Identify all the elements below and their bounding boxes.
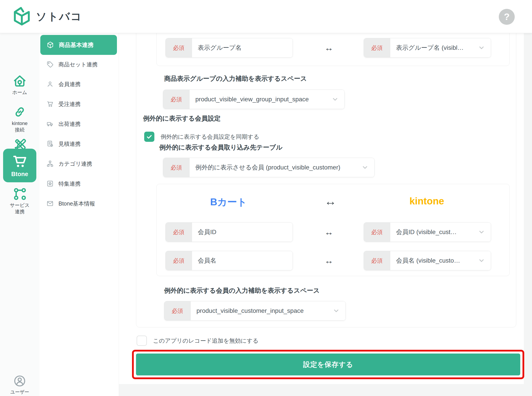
menu-item-product-set[interactable]: 商品セット連携 — [40, 58, 117, 71]
chevron-down-icon — [332, 96, 339, 103]
menu-item-order[interactable]: 受注連携 — [40, 97, 117, 111]
menu-item-label: 受注連携 — [59, 100, 81, 108]
mail-icon — [47, 200, 54, 207]
swap-arrow-icon: ↔ — [324, 194, 336, 208]
sidebar-item-label: ユーザー — [10, 389, 29, 395]
menu-item-label: 特集連携 — [59, 180, 81, 187]
chevron-down-icon — [478, 228, 485, 236]
exception-table-select[interactable]: 必須 例外的に表示させる会員 (product_visible_customer… — [163, 158, 375, 177]
link-icon — [13, 105, 26, 119]
secondary-sidebar: 商品基本連携 商品セット連携 会員連携 — [39, 33, 119, 396]
required-badge: 必須 — [166, 38, 192, 57]
disable-add-checkbox-unchecked[interactable] — [137, 336, 147, 346]
tag-icon — [47, 61, 54, 68]
app-header: ソトバコ ? — [0, 0, 532, 33]
group-name-select-value: 表示グループ名 (visibl… — [396, 44, 464, 52]
group-name-select[interactable]: 必須 表示グループ名 (visibl… — [364, 38, 491, 58]
disable-add-checkbox-row: このアプリのレコード追加を無効にする — [137, 336, 258, 346]
map-arrow-icon: ↔ — [319, 227, 339, 237]
required-badge: 必須 — [364, 251, 390, 270]
menu-item-feature[interactable]: 特集連携 — [40, 177, 117, 190]
required-badge: 必須 — [164, 301, 191, 320]
menu-item-quotation[interactable]: 見積連携 — [40, 137, 117, 151]
customer-space-value: product_visible_customer_input_space — [197, 307, 304, 314]
disable-add-label: このアプリのレコード追加を無効にする — [153, 337, 258, 345]
customer-space-heading: 例外的に表示する会員の入力補助を表示するスペース — [164, 286, 320, 294]
member-name-input[interactable]: 必須 会員名 — [165, 251, 293, 270]
required-badge: 必須 — [166, 251, 192, 270]
sitemap-icon — [47, 160, 54, 167]
cart-icon — [12, 153, 28, 169]
chevron-down-icon — [333, 307, 340, 314]
group-space-value: product_visible_view_group_input_space — [195, 96, 309, 103]
group-name-input[interactable]: 必須 表示グループ名 — [165, 38, 293, 58]
sidebar-item-user[interactable]: ユーザー — [0, 375, 39, 395]
required-badge: 必須 — [364, 222, 390, 242]
save-button-highlight-annotation: 設定を保存する — [132, 350, 524, 379]
sidebar-item-home[interactable]: ホーム — [0, 74, 39, 96]
document-clock-icon — [47, 140, 54, 147]
kintone-title: kintone — [410, 196, 444, 207]
pencil-ruler-icon — [13, 137, 26, 151]
user-avatar-icon — [13, 375, 26, 387]
mapping-box-customer: Bカート ↔ kintone 必須 会員ID ↔ 必須 会員ID (visibl… — [156, 184, 510, 276]
help-icon: ? — [504, 12, 510, 22]
check-icon — [146, 134, 153, 140]
menu-item-label: 出荷連携 — [59, 120, 81, 128]
sidebar-item-service-link[interactable]: サービス連携 — [0, 187, 39, 215]
main-content: 必須 表示グループ名 ↔ 必須 表示グループ名 (visibl… 商品表示グルー… — [119, 33, 532, 396]
sync-checkbox-checked[interactable] — [144, 132, 154, 142]
member-id-select[interactable]: 必須 会員ID (visible_cust… — [364, 222, 491, 242]
member-name-select[interactable]: 必須 会員名 (visible_custo… — [364, 251, 491, 270]
map-arrow-icon: ↔ — [319, 43, 339, 53]
menu-item-label: 商品セット連携 — [59, 61, 98, 68]
save-settings-button[interactable]: 設定を保存する — [136, 354, 520, 375]
home-icon — [13, 74, 26, 87]
exception-section-heading: 例外的に表示する会員設定 — [143, 114, 221, 122]
chevron-down-icon — [361, 164, 369, 171]
menu-item-label: Btone基本情報 — [59, 200, 95, 207]
required-badge: 必須 — [166, 222, 192, 242]
sidebar-item-kintone-connect[interactable]: kintone接続 — [0, 105, 39, 133]
menu-item-label: カテゴリ連携 — [59, 160, 92, 168]
sidebar-item-label: Btone — [11, 171, 28, 178]
menu-item-label: 見積連携 — [59, 140, 81, 148]
menu-item-label: 会員連携 — [59, 81, 81, 88]
group-name-value: 表示グループ名 — [198, 44, 242, 52]
group-space-select[interactable]: 必須 product_visible_view_group_input_spac… — [163, 90, 345, 109]
member-name-value: 会員名 — [198, 256, 216, 265]
member-id-input[interactable]: 必須 会員ID — [165, 222, 293, 242]
exception-table-heading: 例外的に表示する会員取り込み先テーブル — [159, 143, 282, 151]
sidebar-item-label: kintone接続 — [12, 120, 28, 133]
menu-item-btone-info[interactable]: Btone基本情報 — [40, 197, 117, 210]
box-icon — [47, 41, 54, 49]
menu-item-member[interactable]: 会員連携 — [40, 77, 117, 91]
member-id-select-value: 会員ID (visible_cust… — [396, 228, 457, 236]
sync-checkbox-row: 例外的に表示する会員設定を同期する — [144, 132, 259, 142]
primary-sidebar: ホーム kintone接続 ソトバコポータル — [0, 33, 39, 396]
app-screen: ソトバコ ? ホーム — [0, 0, 532, 396]
member-name-select-value: 会員名 (visible_custo… — [396, 256, 460, 265]
bcart-title: Bカート — [210, 196, 247, 209]
menu-item-category[interactable]: カテゴリ連携 — [40, 157, 117, 170]
sidebar-item-btone-selected[interactable]: Btone — [3, 149, 36, 182]
form-panel: 必須 表示グループ名 ↔ 必須 表示グループ名 (visibl… 商品表示グルー… — [136, 33, 516, 327]
group-space-heading: 商品表示グループの入力補助を表示するスペース — [164, 75, 307, 82]
chevron-down-icon — [478, 257, 485, 264]
star-box-icon — [47, 180, 54, 187]
help-button[interactable]: ? — [499, 9, 515, 25]
sotobako-logo-icon — [11, 6, 33, 27]
menu-item-product-basic-selected[interactable]: 商品基本連携 — [40, 35, 117, 55]
mapping-box-group: 必須 表示グループ名 ↔ 必須 表示グループ名 (visibl… — [156, 33, 510, 66]
sync-checkbox-label: 例外的に表示する会員設定を同期する — [161, 133, 259, 141]
truck-icon — [47, 120, 54, 128]
app-title: ソトバコ — [36, 0, 82, 33]
person-icon — [47, 81, 54, 87]
map-arrow-icon: ↔ — [319, 256, 339, 265]
required-badge: 必須 — [364, 38, 390, 57]
customer-space-select[interactable]: 必須 product_visible_customer_input_space — [164, 301, 346, 320]
exception-table-value: 例外的に表示させる会員 (product_visible_customer) — [195, 163, 341, 172]
menu-item-shipping[interactable]: 出荷連携 — [40, 117, 117, 131]
sidebar-item-label: サービス連携 — [10, 202, 30, 215]
menu-item-label: 商品基本連携 — [59, 41, 93, 49]
